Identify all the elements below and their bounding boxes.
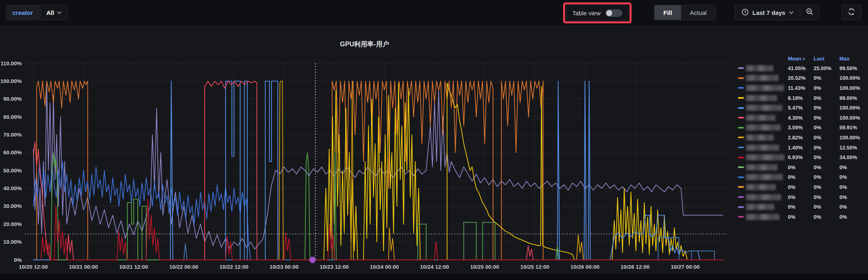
svg-text:40.00%: 40.00% — [3, 185, 22, 191]
svg-text:10/26 00:00: 10/26 00:00 — [570, 264, 599, 270]
legend-max-value: 0% — [839, 184, 865, 190]
legend-last-value: 0% — [814, 75, 839, 81]
svg-text:10.00%: 10.00% — [3, 239, 22, 245]
legend-mean-value: 0% — [788, 194, 814, 200]
legend-row[interactable]: 3.59%0%59.91% — [738, 123, 865, 133]
legend-max-value: 0% — [839, 214, 865, 220]
legend-row[interactable]: 0%0%0% — [738, 162, 865, 172]
magnifier-minus-icon — [806, 8, 814, 17]
legend-row[interactable]: 0%0%0% — [738, 182, 865, 192]
series-color-swatch — [738, 87, 744, 89]
legend-last-value: 0% — [814, 204, 839, 210]
legend-row[interactable]: 2.82%0%100.00% — [738, 133, 865, 143]
chevron-down-icon — [789, 11, 793, 14]
legend-col-last[interactable]: Last — [814, 56, 839, 62]
svg-text:100.00%: 100.00% — [0, 78, 22, 84]
series-color-swatch — [738, 157, 744, 158]
legend-row[interactable]: 1.40%0%12.50% — [738, 143, 865, 153]
refresh-button[interactable] — [842, 5, 861, 20]
series-color-swatch — [738, 206, 744, 208]
legend-mean-value: 0% — [788, 204, 814, 210]
svg-text:60.00%: 60.00% — [3, 149, 22, 156]
legend-row[interactable]: 20.52%0%100.00% — [738, 73, 865, 83]
series-color-swatch — [738, 107, 744, 109]
legend-last-value: 0% — [814, 124, 839, 131]
legend-series-name-blurred — [746, 95, 777, 101]
legend-last-value: 0% — [814, 154, 839, 160]
series-color-swatch — [738, 137, 744, 138]
legend-sort-mean[interactable]: Mean▾ — [788, 56, 814, 62]
svg-text:10/22 12:00: 10/22 12:00 — [220, 264, 249, 270]
svg-text:90.00%: 90.00% — [3, 96, 22, 102]
legend-last-value: 0% — [814, 135, 839, 141]
legend-mean-value: 0% — [788, 174, 814, 180]
legend-mean-value: 0% — [788, 184, 814, 190]
table-view-toggle[interactable] — [605, 9, 622, 17]
legend-last-value: 0% — [814, 174, 839, 180]
legend-series-name-blurred — [746, 105, 782, 111]
table-view-highlight-annotation: Table view — [563, 2, 632, 23]
legend-row[interactable]: 0%0%0% — [738, 212, 865, 222]
filter-dropdown-label: All — [46, 9, 54, 16]
legend-row[interactable]: 41.05%25.00%99.50% — [738, 63, 865, 73]
legend-row[interactable]: 0%0%0% — [738, 172, 865, 183]
legend-series-name-blurred — [746, 75, 779, 81]
legend-series-name-blurred — [746, 115, 775, 121]
table-view-control: Table view — [566, 5, 628, 21]
legend-max-value: 0% — [839, 194, 865, 200]
legend-row[interactable]: 8.19%0%99.00% — [738, 93, 865, 103]
legend-max-value: 99.50% — [839, 65, 865, 71]
svg-text:10/25 00:00: 10/25 00:00 — [470, 264, 499, 270]
legend-col-max[interactable]: Max — [839, 56, 865, 62]
legend-series-name-blurred — [746, 174, 783, 180]
toggle-knob — [606, 10, 612, 16]
series-color-swatch — [738, 166, 744, 168]
legend-mean-value: 3.59% — [788, 124, 814, 131]
legend-last-value: 0% — [814, 184, 839, 190]
gpu-utilization-panel: GPU利用率-用户 0%10.00%20.00%30.00%40.00%50.0… — [0, 25, 868, 274]
legend-max-value: 100.00% — [839, 105, 865, 111]
legend-last-value: 25.00% — [814, 65, 839, 71]
legend-row[interactable]: 0.93%0%34.00% — [738, 152, 865, 162]
legend-max-value: 0% — [839, 164, 865, 170]
legend-mean-value: 2.82% — [788, 135, 814, 141]
legend-row[interactable]: 11.43%0%100.00% — [738, 83, 865, 93]
series-color-swatch — [738, 97, 744, 99]
legend-last-value: 0% — [814, 95, 839, 101]
svg-text:70.00%: 70.00% — [3, 132, 22, 138]
creator-link[interactable]: creator — [6, 5, 40, 20]
legend-series-name-blurred — [746, 164, 777, 170]
fill-button[interactable]: Fill — [655, 5, 681, 20]
time-range-picker[interactable]: Last 7 days — [735, 5, 800, 20]
series-color-swatch — [738, 186, 744, 188]
time-series-chart[interactable]: 0%10.00%20.00%30.00%40.00%50.00%60.00%70… — [0, 38, 729, 274]
legend-header: Mean▾ Last Max — [738, 54, 865, 63]
svg-text:10/26 12:00: 10/26 12:00 — [621, 264, 650, 270]
filter-dropdown[interactable]: All — [40, 5, 68, 20]
legend-series-name-blurred — [746, 194, 781, 200]
legend-series-name-blurred — [746, 135, 774, 141]
zoom-out-button[interactable] — [800, 5, 819, 20]
top-toolbar: creator All Table view Fill Actual Last … — [0, 0, 868, 25]
legend-max-value: 100.00% — [839, 115, 865, 121]
caret-down-icon: ▾ — [803, 57, 805, 61]
legend-series-name-blurred — [746, 145, 779, 151]
legend-max-value: 0% — [839, 204, 865, 210]
legend-row[interactable]: 5.47%0%100.00% — [738, 103, 865, 113]
chevron-down-icon — [57, 11, 62, 14]
legend-row[interactable]: 4.30%0%100.00% — [738, 113, 865, 123]
time-range-controls: Last 7 days — [735, 5, 819, 20]
legend-series-name-blurred — [746, 124, 781, 131]
series-color-swatch — [738, 216, 744, 218]
svg-text:10/25 12:00: 10/25 12:00 — [520, 264, 549, 270]
series-color-swatch — [738, 127, 744, 129]
svg-text:10/20 12:00: 10/20 12:00 — [19, 264, 48, 270]
legend-row[interactable]: 0%0%0% — [738, 202, 865, 212]
legend-last-value: 0% — [814, 214, 839, 220]
legend-max-value: 99.00% — [839, 95, 865, 101]
svg-text:10/23 12:00: 10/23 12:00 — [320, 264, 349, 270]
legend-max-value: 100.00% — [839, 85, 865, 91]
legend-row[interactable]: 0%0%0% — [738, 192, 865, 202]
legend-mean-value: 0% — [788, 164, 814, 170]
actual-button[interactable]: Actual — [681, 5, 716, 20]
